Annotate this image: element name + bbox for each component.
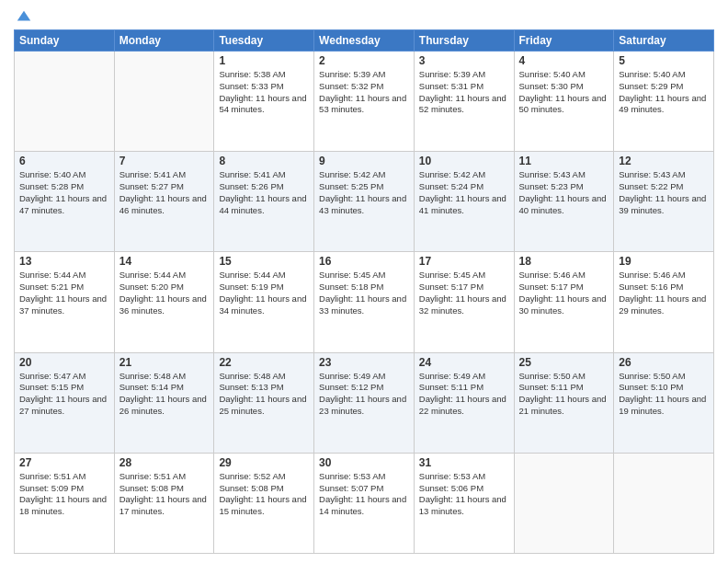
cell-info: Sunrise: 5:46 AM Sunset: 5:17 PM Dayligh…	[519, 270, 609, 316]
logo-icon	[16, 9, 32, 26]
calendar-cell: 2Sunrise: 5:39 AM Sunset: 5:32 PM Daylig…	[314, 52, 415, 152]
calendar-cell: 20Sunrise: 5:47 AM Sunset: 5:15 PM Dayli…	[15, 352, 115, 453]
weekday-header-wednesday: Wednesday	[314, 30, 415, 52]
day-number: 5	[619, 54, 709, 67]
day-number: 6	[19, 155, 109, 167]
calendar-cell: 9Sunrise: 5:42 AM Sunset: 5:25 PM Daylig…	[314, 152, 415, 252]
weekday-header-thursday: Thursday	[414, 30, 514, 52]
cell-info: Sunrise: 5:41 AM Sunset: 5:27 PM Dayligh…	[119, 169, 210, 216]
calendar-cell: 15Sunrise: 5:44 AM Sunset: 5:19 PM Dayli…	[214, 252, 314, 352]
cell-info: Sunrise: 5:50 AM Sunset: 5:11 PM Dayligh…	[519, 371, 609, 418]
calendar-cell	[114, 52, 214, 152]
day-number: 29	[219, 456, 309, 469]
day-number: 25	[519, 356, 609, 369]
cell-info: Sunrise: 5:44 AM Sunset: 5:20 PM Dayligh…	[119, 270, 210, 316]
cell-info: Sunrise: 5:49 AM Sunset: 5:12 PM Dayligh…	[319, 371, 409, 418]
day-number: 20	[19, 356, 109, 369]
calendar-cell: 21Sunrise: 5:48 AM Sunset: 5:14 PM Dayli…	[114, 352, 214, 453]
calendar-cell: 25Sunrise: 5:50 AM Sunset: 5:11 PM Dayli…	[514, 352, 614, 453]
calendar-cell: 4Sunrise: 5:40 AM Sunset: 5:30 PM Daylig…	[514, 52, 614, 152]
day-number: 23	[319, 356, 409, 369]
header	[14, 9, 714, 22]
cell-info: Sunrise: 5:43 AM Sunset: 5:22 PM Dayligh…	[619, 169, 709, 216]
calendar-week-4: 20Sunrise: 5:47 AM Sunset: 5:15 PM Dayli…	[15, 352, 714, 453]
day-number: 28	[119, 456, 210, 469]
day-number: 1	[219, 54, 309, 67]
calendar-table: SundayMondayTuesdayWednesdayThursdayFrid…	[14, 29, 714, 554]
calendar-cell: 6Sunrise: 5:40 AM Sunset: 5:28 PM Daylig…	[15, 152, 115, 252]
calendar-cell: 30Sunrise: 5:53 AM Sunset: 5:07 PM Dayli…	[314, 453, 415, 553]
cell-info: Sunrise: 5:50 AM Sunset: 5:10 PM Dayligh…	[619, 371, 709, 418]
calendar-page: SundayMondayTuesdayWednesdayThursdayFrid…	[0, 0, 728, 563]
day-number: 16	[319, 255, 409, 268]
calendar-week-2: 6Sunrise: 5:40 AM Sunset: 5:28 PM Daylig…	[15, 152, 714, 252]
cell-info: Sunrise: 5:40 AM Sunset: 5:29 PM Dayligh…	[619, 69, 709, 116]
calendar-cell: 11Sunrise: 5:43 AM Sunset: 5:23 PM Dayli…	[514, 152, 614, 252]
cell-info: Sunrise: 5:42 AM Sunset: 5:24 PM Dayligh…	[419, 169, 509, 216]
calendar-cell: 5Sunrise: 5:40 AM Sunset: 5:29 PM Daylig…	[614, 52, 714, 152]
calendar-cell: 16Sunrise: 5:45 AM Sunset: 5:18 PM Dayli…	[314, 252, 415, 352]
weekday-header-friday: Friday	[514, 30, 614, 52]
day-number: 3	[419, 54, 509, 67]
day-number: 8	[219, 155, 309, 167]
day-number: 22	[219, 356, 309, 369]
calendar-cell: 24Sunrise: 5:49 AM Sunset: 5:11 PM Dayli…	[414, 352, 514, 453]
cell-info: Sunrise: 5:51 AM Sunset: 5:09 PM Dayligh…	[19, 471, 109, 518]
calendar-cell: 31Sunrise: 5:53 AM Sunset: 5:06 PM Dayli…	[414, 453, 514, 553]
weekday-header-row: SundayMondayTuesdayWednesdayThursdayFrid…	[15, 30, 714, 52]
day-number: 31	[419, 456, 509, 469]
calendar-week-3: 13Sunrise: 5:44 AM Sunset: 5:21 PM Dayli…	[15, 252, 714, 352]
calendar-cell: 3Sunrise: 5:39 AM Sunset: 5:31 PM Daylig…	[414, 52, 514, 152]
day-number: 17	[419, 255, 509, 268]
weekday-header-sunday: Sunday	[15, 30, 115, 52]
weekday-header-monday: Monday	[114, 30, 214, 52]
weekday-header-tuesday: Tuesday	[214, 30, 314, 52]
day-number: 14	[119, 255, 210, 268]
day-number: 26	[619, 356, 709, 369]
calendar-cell: 18Sunrise: 5:46 AM Sunset: 5:17 PM Dayli…	[514, 252, 614, 352]
cell-info: Sunrise: 5:44 AM Sunset: 5:19 PM Dayligh…	[219, 270, 309, 316]
day-number: 19	[619, 255, 709, 268]
day-number: 7	[119, 155, 210, 167]
calendar-cell: 1Sunrise: 5:38 AM Sunset: 5:33 PM Daylig…	[214, 52, 314, 152]
calendar-cell: 22Sunrise: 5:48 AM Sunset: 5:13 PM Dayli…	[214, 352, 314, 453]
weekday-header-saturday: Saturday	[614, 30, 714, 52]
calendar-week-5: 27Sunrise: 5:51 AM Sunset: 5:09 PM Dayli…	[15, 453, 714, 553]
cell-info: Sunrise: 5:44 AM Sunset: 5:21 PM Dayligh…	[19, 270, 109, 316]
day-number: 9	[319, 155, 409, 167]
day-number: 2	[319, 54, 409, 67]
cell-info: Sunrise: 5:38 AM Sunset: 5:33 PM Dayligh…	[219, 69, 309, 116]
cell-info: Sunrise: 5:48 AM Sunset: 5:13 PM Dayligh…	[219, 371, 309, 418]
calendar-cell: 23Sunrise: 5:49 AM Sunset: 5:12 PM Dayli…	[314, 352, 415, 453]
day-number: 18	[519, 255, 609, 268]
calendar-cell: 10Sunrise: 5:42 AM Sunset: 5:24 PM Dayli…	[414, 152, 514, 252]
cell-info: Sunrise: 5:39 AM Sunset: 5:31 PM Dayligh…	[419, 69, 509, 116]
day-number: 15	[219, 255, 309, 268]
cell-info: Sunrise: 5:46 AM Sunset: 5:16 PM Dayligh…	[619, 270, 709, 316]
cell-info: Sunrise: 5:53 AM Sunset: 5:06 PM Dayligh…	[419, 471, 509, 518]
cell-info: Sunrise: 5:53 AM Sunset: 5:07 PM Dayligh…	[319, 471, 409, 518]
svg-marker-0	[17, 11, 30, 21]
cell-info: Sunrise: 5:45 AM Sunset: 5:18 PM Dayligh…	[319, 270, 409, 316]
day-number: 11	[519, 155, 609, 167]
cell-info: Sunrise: 5:40 AM Sunset: 5:28 PM Dayligh…	[19, 169, 109, 216]
cell-info: Sunrise: 5:43 AM Sunset: 5:23 PM Dayligh…	[519, 169, 609, 216]
calendar-cell: 27Sunrise: 5:51 AM Sunset: 5:09 PM Dayli…	[15, 453, 115, 553]
calendar-cell	[614, 453, 714, 553]
cell-info: Sunrise: 5:48 AM Sunset: 5:14 PM Dayligh…	[119, 371, 210, 418]
day-number: 10	[419, 155, 509, 167]
day-number: 4	[519, 54, 609, 67]
calendar-cell: 14Sunrise: 5:44 AM Sunset: 5:20 PM Dayli…	[114, 252, 214, 352]
day-number: 13	[19, 255, 109, 268]
cell-info: Sunrise: 5:52 AM Sunset: 5:08 PM Dayligh…	[219, 471, 309, 518]
cell-info: Sunrise: 5:49 AM Sunset: 5:11 PM Dayligh…	[419, 371, 509, 418]
cell-info: Sunrise: 5:47 AM Sunset: 5:15 PM Dayligh…	[19, 371, 109, 418]
day-number: 24	[419, 356, 509, 369]
calendar-cell: 19Sunrise: 5:46 AM Sunset: 5:16 PM Dayli…	[614, 252, 714, 352]
calendar-week-1: 1Sunrise: 5:38 AM Sunset: 5:33 PM Daylig…	[15, 52, 714, 152]
calendar-cell	[15, 52, 115, 152]
day-number: 12	[619, 155, 709, 167]
cell-info: Sunrise: 5:39 AM Sunset: 5:32 PM Dayligh…	[319, 69, 409, 116]
calendar-cell: 13Sunrise: 5:44 AM Sunset: 5:21 PM Dayli…	[15, 252, 115, 352]
cell-info: Sunrise: 5:45 AM Sunset: 5:17 PM Dayligh…	[419, 270, 509, 316]
